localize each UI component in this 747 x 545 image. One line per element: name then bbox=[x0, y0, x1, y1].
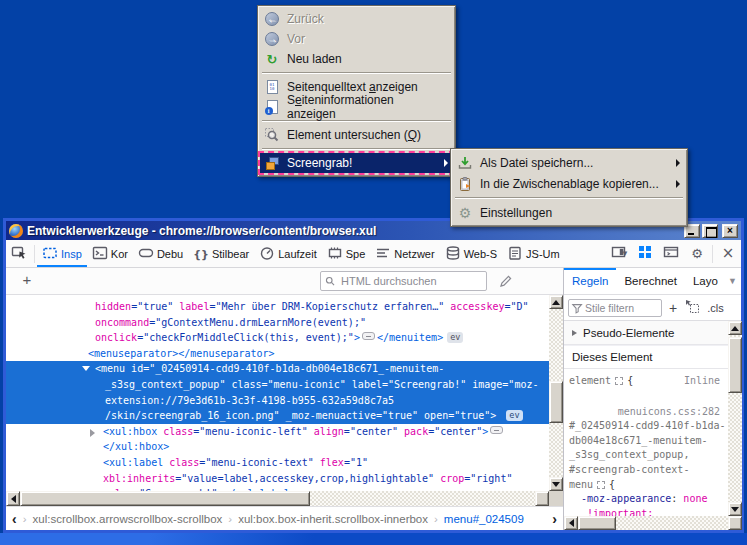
devtools-window: Entwicklerwerkzeuge - chrome://browser/c… bbox=[3, 218, 744, 533]
style-filter-box[interactable] bbox=[568, 299, 662, 317]
tab-label: Spe bbox=[346, 248, 366, 260]
element-target-icon[interactable] bbox=[597, 481, 605, 489]
style-filter-input[interactable] bbox=[585, 300, 659, 316]
menu-item-reload[interactable]: ↻Neu laden bbox=[260, 49, 453, 69]
tab-console[interactable]: Kor bbox=[87, 240, 133, 267]
breadcrumb-item[interactable]: menu#_024509 bbox=[444, 513, 524, 525]
scroll-left-button[interactable] bbox=[564, 516, 578, 530]
markup-line[interactable]: oncommand="gContextMenu.drmLearnMore(eve… bbox=[6, 315, 549, 331]
scroll-down-button[interactable] bbox=[549, 477, 563, 491]
sidebar-tabs-dropdown-icon[interactable]: ▼ bbox=[728, 276, 741, 286]
scroll-right-button[interactable] bbox=[728, 516, 742, 530]
menu-item-copy-to-clipboard[interactable]: In die Zwischenablage kopieren... bbox=[453, 173, 685, 194]
maximize-button[interactable] bbox=[702, 224, 718, 238]
settings-icon: ⚙ bbox=[457, 205, 473, 221]
html-search-input[interactable] bbox=[341, 272, 484, 290]
scroll-down-button[interactable] bbox=[728, 502, 742, 516]
menu-item-page-info[interactable]: iSeiteninformationen anzeigen bbox=[260, 97, 453, 117]
dock-side-button[interactable]: ▾ bbox=[606, 240, 632, 267]
tab-performance[interactable]: Laufzeit bbox=[254, 240, 322, 267]
markup-view[interactable]: hidden="true" label="Mehr über DRM-Kopie… bbox=[6, 295, 549, 491]
tab-network[interactable]: Netzwer bbox=[370, 240, 439, 267]
pseudo-elements-section[interactable]: Pseudo-Elemente bbox=[564, 321, 741, 345]
collapsed-node-icon[interactable] bbox=[362, 332, 375, 340]
menu-item-label: Als Datei speichern... bbox=[480, 156, 593, 170]
css-important: !important; bbox=[569, 507, 728, 516]
add-node-button[interactable]: + bbox=[16, 271, 38, 288]
markup-line[interactable]: xbl:inherits="value=label,accesskey,crop… bbox=[6, 471, 549, 487]
split-view-button[interactable] bbox=[632, 240, 658, 267]
scrollbar-thumb[interactable] bbox=[578, 516, 616, 530]
html-search-box[interactable] bbox=[320, 271, 487, 291]
pick-element-button[interactable] bbox=[6, 240, 32, 267]
markup-line[interactable]: <xul:label class="menu-iconic-text" flex… bbox=[6, 455, 549, 471]
markup-line[interactable]: extension://79e3d61b-3c3f-4198-b955-632a… bbox=[6, 393, 549, 409]
markup-line[interactable]: <menuseparator></menuseparator> bbox=[6, 346, 549, 362]
markup-horizontal-scrollbar[interactable] bbox=[6, 491, 549, 506]
tab-memory[interactable]: Spe bbox=[322, 240, 371, 267]
section-label: Pseudo-Elemente bbox=[583, 327, 674, 339]
collapsed-node-icon[interactable] bbox=[490, 426, 503, 434]
rule-declaration[interactable]: -moz-appearance: none bbox=[569, 492, 728, 507]
breadcrumb-scroll-right[interactable]: › bbox=[552, 511, 557, 527]
rules-vertical-scrollbar[interactable] bbox=[728, 321, 742, 516]
close-devtools-button[interactable]: × bbox=[715, 240, 741, 267]
scroll-right-button[interactable] bbox=[535, 491, 549, 506]
markup-line[interactable]: _s3sg_context_popup" class="menu-iconic"… bbox=[6, 377, 549, 393]
devtools-settings-button[interactable]: ⚙ bbox=[684, 240, 710, 267]
scrollbar-thumb[interactable] bbox=[549, 381, 563, 423]
markup-line[interactable]: onclick="checkForMiddleClick(this, event… bbox=[6, 330, 549, 346]
pseudo-class-panel-button[interactable] bbox=[684, 298, 700, 318]
desktop: Entwicklerwerkzeuge - chrome://browser/c… bbox=[0, 0, 747, 545]
network-icon bbox=[375, 245, 391, 263]
breadcrumb-item[interactable]: xul:box.box-inherit.scrollbox-innerbox bbox=[238, 513, 428, 525]
tab-debugger[interactable]: Debu bbox=[133, 240, 188, 267]
markup-line[interactable]: hidden="true" label="Mehr über DRM-Kopie… bbox=[6, 299, 549, 315]
menu-item-settings[interactable]: ⚙Einstellungen bbox=[453, 202, 685, 223]
menu-item-label: Neu laden bbox=[287, 52, 342, 66]
event-badge[interactable]: ev bbox=[506, 410, 522, 421]
add-rule-button[interactable]: + bbox=[669, 300, 677, 316]
sidebar-tab-berechnet[interactable]: Berechnet bbox=[616, 268, 684, 294]
menu-item-save-as-file[interactable]: Als Datei speichern... bbox=[453, 152, 685, 173]
scrollbar-thumb[interactable] bbox=[20, 491, 310, 506]
tab-style-editor[interactable]: {}Stilbear bbox=[188, 240, 254, 267]
breadcrumb-scroll-left[interactable]: ‹ bbox=[12, 511, 17, 527]
rule-element[interactable]: element{Inline bbox=[569, 374, 728, 389]
event-badge[interactable]: ev bbox=[447, 332, 463, 343]
class-panel-button[interactable]: .cls bbox=[707, 302, 724, 314]
tab-label: Netzwer bbox=[394, 248, 434, 260]
scroll-up-button[interactable] bbox=[728, 321, 742, 335]
eyedropper-icon[interactable] bbox=[498, 273, 514, 293]
markup-line[interactable]: <xul:hbox class="menu-iconic-left" align… bbox=[6, 424, 549, 440]
menu-item-label: Screengrab! bbox=[287, 156, 352, 170]
tab-storage[interactable]: Web-S bbox=[440, 240, 502, 267]
expand-arrow-icon[interactable] bbox=[90, 429, 95, 437]
expand-arrow-icon[interactable] bbox=[82, 366, 90, 371]
rule-selector-line: #_02450914-cdd9-410f-b1da- bbox=[569, 419, 728, 434]
menu-item-inspect-element[interactable]: Element untersuchen (Q) bbox=[260, 125, 453, 145]
close-window-button[interactable]: × bbox=[722, 224, 738, 238]
tab-inspector[interactable]: Insp bbox=[37, 240, 87, 267]
tab-scratchpad[interactable]: JS-Um bbox=[502, 240, 565, 267]
rules-view[interactable]: element{Inlinemenuicons.css:282#_0245091… bbox=[564, 369, 728, 516]
menu-item-forward[interactable]: →Vor bbox=[260, 29, 453, 49]
window-controls: × bbox=[684, 224, 738, 238]
sidebar-tab-layout[interactable]: Layo bbox=[685, 268, 726, 294]
sidebar-tab-regeln[interactable]: Regeln bbox=[564, 268, 616, 294]
menu-item-screengrab[interactable]: Screengrab! bbox=[260, 153, 453, 173]
markup-line[interactable]: </xul:hbox> bbox=[6, 439, 549, 455]
rule-location[interactable]: menuicons.css:282 bbox=[618, 405, 728, 420]
scroll-up-button[interactable] bbox=[549, 295, 563, 309]
markup-line[interactable]: <menu id="_02450914-cdd9-410f-b1da-db004… bbox=[6, 361, 549, 377]
markup-vertical-scrollbar[interactable] bbox=[549, 295, 563, 491]
breadcrumb-item[interactable]: xul:scrollbox.arrowscrollbox-scrollbox bbox=[33, 513, 223, 525]
markup-line[interactable]: /skin/screengrab_16_icon.png" _moz-menua… bbox=[6, 408, 549, 424]
separate-window-button[interactable] bbox=[658, 240, 684, 267]
scrollbar-thumb[interactable] bbox=[728, 337, 742, 393]
toolbar-separator bbox=[34, 245, 35, 263]
element-target-icon[interactable] bbox=[615, 377, 623, 385]
rules-horizontal-scrollbar[interactable] bbox=[564, 516, 742, 530]
scroll-left-button[interactable] bbox=[6, 491, 20, 506]
menu-item-back[interactable]: ←Zurück bbox=[260, 9, 453, 29]
